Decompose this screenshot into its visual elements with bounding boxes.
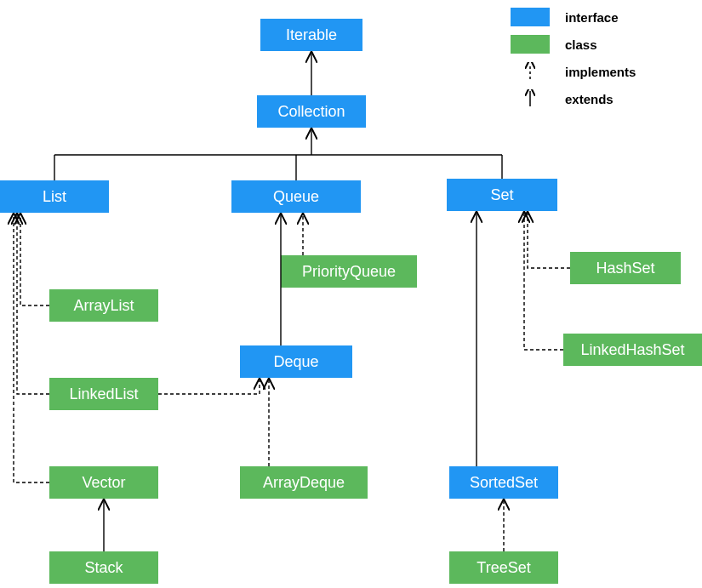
legend-extends: extends	[511, 87, 636, 111]
node-label: Vector	[82, 474, 125, 492]
legend-swatch-interface	[511, 8, 550, 26]
node-label: Set	[490, 186, 513, 204]
node-label: ArrayDeque	[263, 474, 345, 492]
legend-label-implements: implements	[565, 65, 636, 79]
node-label: TreeSet	[477, 559, 530, 577]
node-collection: Collection	[257, 95, 366, 128]
node-sortedset: SortedSet	[449, 466, 558, 499]
edge-vector-list	[14, 215, 49, 482]
node-iterable: Iterable	[260, 19, 362, 51]
node-hashset: HashSet	[570, 252, 681, 284]
legend-line-implements	[511, 62, 550, 81]
node-arraylist: ArrayList	[49, 289, 158, 322]
legend: interface class implements extends	[511, 5, 636, 114]
edge-arraylist-list	[20, 215, 49, 305]
node-label: Deque	[273, 353, 318, 371]
node-priorityqueue: PriorityQueue	[281, 255, 417, 288]
node-deque: Deque	[240, 345, 352, 378]
node-label: List	[43, 188, 66, 206]
edge-linkedlist-deque	[158, 380, 260, 394]
node-label: SortedSet	[470, 474, 538, 492]
legend-label-extends: extends	[565, 92, 614, 106]
node-queue: Queue	[231, 180, 361, 213]
edge-linkedhashset-set	[524, 214, 563, 350]
legend-label-class: class	[565, 37, 597, 52]
legend-label-interface: interface	[565, 10, 619, 25]
node-label: Collection	[277, 103, 345, 121]
node-vector: Vector	[49, 466, 158, 499]
node-label: Stack	[84, 559, 123, 577]
node-label: PriorityQueue	[302, 263, 396, 281]
node-treeset: TreeSet	[449, 551, 558, 584]
node-label: ArrayList	[73, 297, 134, 315]
legend-implements: implements	[511, 60, 636, 83]
legend-class: class	[511, 32, 636, 56]
edge-hashset-set	[528, 214, 570, 268]
legend-swatch-class	[511, 35, 550, 54]
node-label: Queue	[273, 188, 319, 206]
node-set: Set	[447, 179, 557, 211]
node-label: LinkedList	[69, 385, 138, 403]
node-stack: Stack	[49, 551, 158, 584]
node-arraydeque: ArrayDeque	[240, 466, 368, 499]
node-list: List	[0, 180, 109, 213]
node-linkedlist: LinkedList	[49, 378, 158, 410]
node-label: LinkedHashSet	[580, 341, 684, 359]
edge-linkedlist-list	[17, 215, 49, 394]
node-label: Iterable	[286, 26, 337, 44]
node-label: HashSet	[596, 260, 654, 277]
legend-line-extends	[511, 89, 550, 108]
node-linkedhashset: LinkedHashSet	[563, 334, 702, 366]
legend-interface: interface	[511, 5, 636, 29]
